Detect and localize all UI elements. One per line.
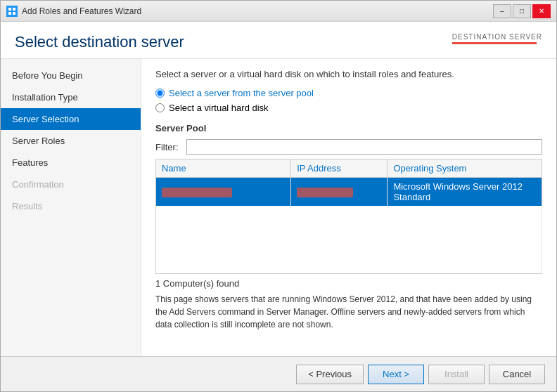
radio-vhd-input[interactable] [155, 103, 165, 112]
empty-row-1 [156, 206, 542, 223]
install-button: Install [428, 365, 485, 384]
empty-row-2 [156, 223, 542, 240]
content-area: Select destination server DESTINATION SE… [1, 22, 556, 391]
server-table: Name IP Address Operating System [155, 159, 542, 274]
sidebar-item-server-selection[interactable]: Server Selection [1, 108, 141, 130]
svg-rect-2 [8, 12, 11, 15]
table-row[interactable]: Microsoft Windows Server 2012 Standard [156, 178, 542, 207]
radio-server-pool-label[interactable]: Select a server from the server pool [169, 88, 314, 98]
col-name[interactable]: Name [156, 159, 291, 178]
close-button[interactable]: ✕ [532, 4, 551, 18]
svg-rect-1 [13, 8, 15, 11]
name-redacted [162, 188, 232, 197]
panel-description: Select a server or a virtual hard disk o… [155, 69, 542, 79]
col-ip[interactable]: IP Address [291, 159, 388, 178]
footer: < Previous Next > Install Cancel [1, 356, 556, 391]
header-area: Select destination server DESTINATION SE… [1, 22, 556, 59]
window-title: Add Roles and Features Wizard [22, 6, 141, 16]
radio-group: Select a server from the server pool Sel… [155, 88, 542, 113]
empty-row-3 [156, 240, 542, 256]
sidebar-item-server-roles[interactable]: Server Roles [1, 130, 141, 152]
previous-button[interactable]: < Previous [296, 365, 364, 384]
sidebar-item-installation-type[interactable]: Installation Type [1, 86, 141, 108]
server-count: 1 Computer(s) found [155, 278, 542, 289]
title-bar-left: Add Roles and Features Wizard [6, 6, 141, 17]
sidebar-item-before-you-begin[interactable]: Before You Begin [1, 65, 141, 86]
sidebar-item-confirmation: Confirmation [1, 174, 141, 195]
filter-label: Filter: [155, 142, 181, 152]
main-area: Before You Begin Installation Type Serve… [1, 59, 556, 356]
radio-vhd-option[interactable]: Select a virtual hard disk [155, 103, 542, 113]
wizard-window: Add Roles and Features Wizard – □ ✕ Sele… [0, 0, 557, 392]
radio-vhd-label[interactable]: Select a virtual hard disk [169, 103, 269, 113]
window-controls: – □ ✕ [493, 4, 551, 18]
sidebar-item-results: Results [1, 195, 141, 217]
svg-rect-3 [13, 12, 15, 15]
dest-server-underline [452, 42, 537, 44]
server-pool-section: Server Pool Filter: Name IP Address Oper… [155, 123, 542, 331]
svg-rect-0 [8, 8, 11, 11]
minimize-button[interactable]: – [493, 4, 511, 18]
radio-server-pool-option[interactable]: Select a server from the server pool [155, 88, 542, 98]
filter-row: Filter: [155, 139, 542, 155]
sidebar: Before You Begin Installation Type Serve… [1, 59, 141, 356]
panel: Select a server or a virtual hard disk o… [141, 59, 556, 356]
next-button[interactable]: Next > [368, 365, 424, 384]
cell-os: Microsoft Windows Server 2012 Standard [388, 178, 542, 207]
page-title: Select destination server [15, 33, 184, 51]
ip-redacted [297, 188, 353, 197]
cancel-button[interactable]: Cancel [489, 365, 545, 384]
dest-server-label: DESTINATION SERVER [452, 33, 542, 41]
cell-ip [291, 178, 388, 207]
app-icon [6, 6, 18, 17]
title-bar: Add Roles and Features Wizard – □ ✕ [1, 1, 556, 22]
filter-input[interactable] [186, 139, 542, 155]
sidebar-item-features[interactable]: Features [1, 152, 141, 174]
empty-row-4 [156, 256, 542, 273]
table-header-row: Name IP Address Operating System [156, 159, 542, 178]
server-pool-title: Server Pool [155, 123, 542, 133]
info-text: This page shows servers that are running… [155, 293, 542, 331]
destination-server-badge: DESTINATION SERVER [452, 33, 542, 44]
col-os[interactable]: Operating System [388, 159, 542, 178]
maximize-button[interactable]: □ [513, 4, 531, 18]
cell-name [156, 178, 291, 207]
radio-server-pool-input[interactable] [155, 89, 165, 98]
